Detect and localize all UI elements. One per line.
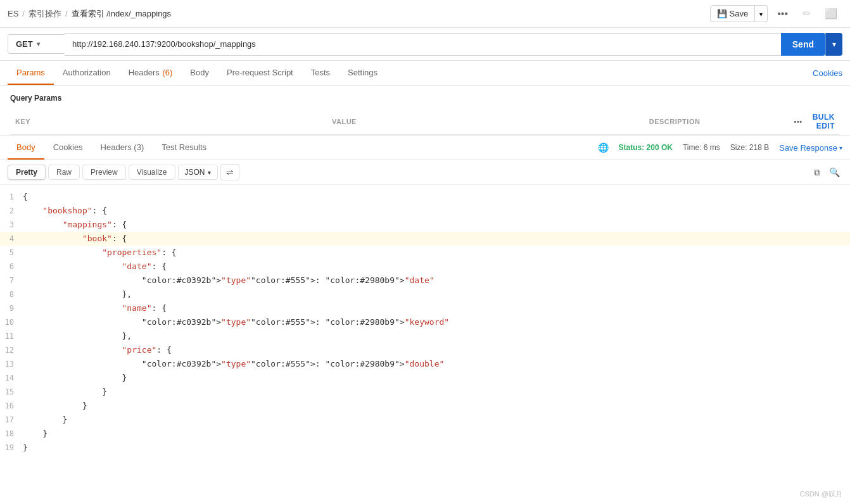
line-number: 18 <box>0 427 23 441</box>
code-line: 19} <box>0 441 850 455</box>
code-line: 3 "mappings": { <box>0 218 850 232</box>
share-button[interactable]: ⬜ <box>820 4 842 23</box>
line-number: 7 <box>0 274 23 287</box>
send-dropdown-button[interactable]: ▾ <box>825 33 842 56</box>
line-content: "color:#c0392b">"type""color:#555">: "co… <box>23 315 850 329</box>
tab-tests[interactable]: Tests <box>302 61 339 85</box>
url-input[interactable] <box>65 33 781 56</box>
send-group: Send ▾ <box>781 33 842 56</box>
query-params-section: Query Params KEY VALUE DESCRIPTION ••• B… <box>0 86 850 135</box>
line-content: "color:#c0392b">"type""color:#555">: "co… <box>23 274 850 287</box>
line-content: "price": { <box>23 343 850 357</box>
fmt-tab-visualize[interactable]: Visualize <box>129 165 175 180</box>
tab-body[interactable]: Body <box>181 61 218 85</box>
tab-authorization[interactable]: Authorization <box>54 61 120 85</box>
code-line: 13 "color:#c0392b">"type""color:#555">: … <box>0 357 850 371</box>
top-bar-actions: 💾 Save ▾ ••• ✏ ⬜ <box>710 4 842 23</box>
resp-tab-test-results[interactable]: Test Results <box>153 136 215 160</box>
code-line: 5 "properties": { <box>0 246 850 260</box>
fmt-tab-preview[interactable]: Preview <box>82 165 126 180</box>
save-label: Save <box>730 9 749 18</box>
line-content: }, <box>23 287 850 301</box>
resp-tab-body[interactable]: Body <box>8 136 44 160</box>
json-format-select[interactable]: JSON ▾ <box>178 165 218 180</box>
json-label: JSON <box>185 168 205 177</box>
line-number: 12 <box>0 343 23 357</box>
format-tabs: Pretty Raw Preview Visualize JSON ▾ ⇌ <box>8 164 239 180</box>
wrap-button[interactable]: ⇌ <box>220 164 239 180</box>
save-response-button[interactable]: Save Response ▾ <box>779 143 842 153</box>
method-select[interactable]: GET ▾ <box>8 34 65 54</box>
method-label: GET <box>16 39 33 49</box>
line-content: } <box>23 371 850 385</box>
col-header-bulk: Bulk Edit <box>808 109 840 135</box>
copy-button[interactable]: ⧉ <box>811 165 823 180</box>
send-button[interactable]: Send <box>781 33 825 56</box>
code-line: 15 } <box>0 385 850 399</box>
search-button[interactable]: 🔍 <box>827 165 842 180</box>
tab-pre-request[interactable]: Pre-request Script <box>218 61 302 85</box>
breadcrumb-sep2: / <box>65 9 68 18</box>
bulk-edit-button[interactable]: Bulk Edit <box>813 113 835 130</box>
code-line: 2 "bookshop": { <box>0 204 850 218</box>
format-right: ⧉ 🔍 <box>811 165 842 180</box>
tab-params[interactable]: Params <box>8 61 54 85</box>
url-bar: GET ▾ Send ▾ <box>0 28 850 61</box>
cookies-link[interactable]: Cookies <box>813 62 842 84</box>
resp-tab-headers[interactable]: Headers (3) <box>92 136 153 160</box>
line-number: 14 <box>0 371 23 385</box>
more-button[interactable]: ••• <box>771 4 794 23</box>
code-line: 18 } <box>0 427 850 441</box>
code-line: 16 } <box>0 399 850 413</box>
line-content: "book": { <box>23 232 850 246</box>
code-line: 11 }, <box>0 329 850 343</box>
share-icon: ⬜ <box>825 8 837 19</box>
line-content: "name": { <box>23 301 850 315</box>
line-content: } <box>23 427 850 441</box>
code-line: 14 } <box>0 371 850 385</box>
search-icon: 🔍 <box>829 167 840 177</box>
col-header-key: KEY <box>10 109 327 135</box>
save-icon: 💾 <box>717 9 727 18</box>
line-number: 9 <box>0 301 23 315</box>
breadcrumb-index-ops: 索引操作 <box>29 8 61 20</box>
line-number: 11 <box>0 329 23 343</box>
pencil-button[interactable]: ✏ <box>797 4 816 23</box>
line-content: "date": { <box>23 260 850 274</box>
tab-headers[interactable]: Headers (6) <box>120 61 182 85</box>
breadcrumb-es: ES <box>8 9 18 18</box>
copy-icon: ⧉ <box>814 167 820 177</box>
line-number: 2 <box>0 204 23 218</box>
col-header-more: ••• <box>789 109 808 135</box>
globe-icon: 🌐 <box>598 142 609 153</box>
tab-settings[interactable]: Settings <box>339 61 386 85</box>
breadcrumb-current: 查看索引 /index/_mappings <box>72 8 172 20</box>
breadcrumb: ES / 索引操作 / 查看索引 /index/_mappings <box>8 8 171 20</box>
line-number: 6 <box>0 260 23 274</box>
code-line: 12 "price": { <box>0 343 850 357</box>
line-content: } <box>23 413 850 427</box>
fmt-tab-raw[interactable]: Raw <box>48 165 80 180</box>
save-response-label: Save Response <box>779 143 837 153</box>
format-bar: Pretty Raw Preview Visualize JSON ▾ ⇌ ⧉ … <box>0 160 850 185</box>
line-number: 19 <box>0 441 23 455</box>
resp-tab-cookies[interactable]: Cookies <box>44 136 92 160</box>
line-content: "mappings": { <box>23 218 850 232</box>
query-params-title: Query Params <box>10 94 840 103</box>
line-content: } <box>23 385 850 399</box>
line-number: 1 <box>0 190 23 204</box>
line-content: "bookshop": { <box>23 204 850 218</box>
fmt-tab-pretty[interactable]: Pretty <box>8 165 46 180</box>
col-header-value: VALUE <box>327 109 644 135</box>
save-dropdown-button[interactable]: ▾ <box>755 5 768 22</box>
line-number: 15 <box>0 385 23 399</box>
col-header-desc: DESCRIPTION <box>644 109 789 135</box>
params-table: KEY VALUE DESCRIPTION ••• Bulk Edit <box>10 109 840 135</box>
code-line: 10 "color:#c0392b">"type""color:#555">: … <box>0 315 850 329</box>
save-button[interactable]: 💾 Save <box>710 5 756 22</box>
response-size: Size: 218 B <box>730 143 769 152</box>
response-tabs: Body Cookies Headers (3) Test Results <box>8 136 215 160</box>
more-params-icon[interactable]: ••• <box>794 118 802 125</box>
line-number: 4 <box>0 232 23 246</box>
chevron-down-icon: ▾ <box>759 11 763 18</box>
